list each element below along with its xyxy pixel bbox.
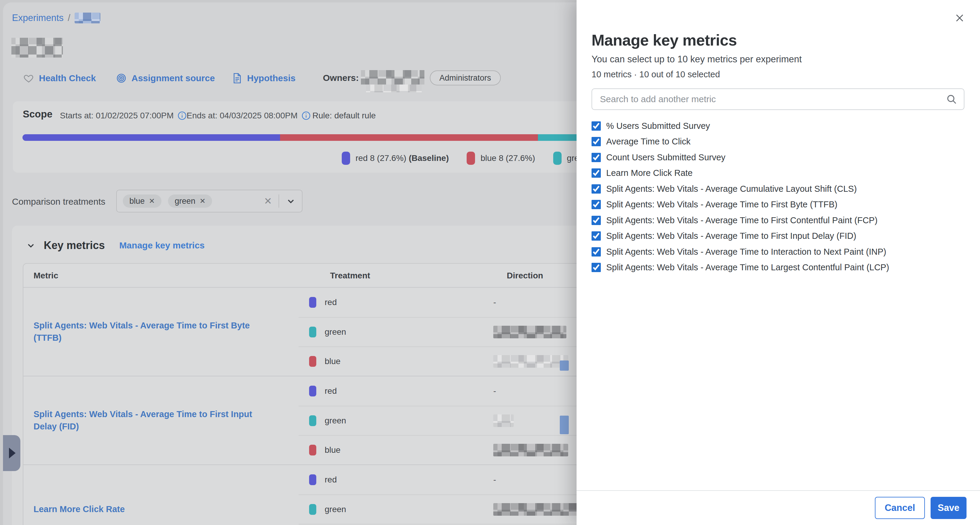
treatment-swatch xyxy=(309,297,316,308)
metric-checkbox[interactable] xyxy=(592,184,601,193)
treatment-chip-blue[interactable]: blue ✕ xyxy=(123,195,161,207)
manage-key-metrics-link[interactable]: Manage key metrics xyxy=(119,240,205,251)
legend-item-blue: blue 8 (27.6%) xyxy=(467,152,535,165)
metric-label[interactable]: Count Users Submitted Survey xyxy=(606,153,725,163)
metric-checkbox[interactable] xyxy=(592,121,601,131)
allocation-segment-red xyxy=(22,134,280,141)
owners-value-redacted-2 xyxy=(366,85,422,92)
owners-value-redacted xyxy=(361,70,425,85)
list-item: Split Agents: Web Vitals - Average Time … xyxy=(592,231,964,241)
search-metric-input[interactable] xyxy=(592,88,964,110)
legend-swatch-green xyxy=(553,152,562,165)
list-item: Split Agents: Web Vitals - Average Time … xyxy=(592,263,964,272)
hypothesis-link[interactable]: Hypothesis xyxy=(232,70,296,87)
save-button[interactable]: Save xyxy=(931,497,967,519)
breadcrumb: Experiments / xyxy=(12,13,100,23)
metric-label[interactable]: Split Agents: Web Vitals - Average Time … xyxy=(606,199,837,209)
direction-value-redacted xyxy=(493,326,566,338)
metric-checkbox-list: % Users Submitted Survey Average Time to… xyxy=(592,121,964,272)
metric-label[interactable]: Average Time to Click xyxy=(606,137,690,147)
metric-label[interactable]: Split Agents: Web Vitals - Average Time … xyxy=(606,215,878,225)
comparison-treatments-label: Comparison treatments xyxy=(12,196,105,207)
assignment-source-link[interactable]: Assignment source xyxy=(116,70,215,87)
collapse-chevron-icon[interactable] xyxy=(26,240,36,251)
treatment-swatch xyxy=(309,327,316,337)
column-header-metric: Metric xyxy=(33,271,58,281)
list-item: Split Agents: Web Vitals - Average Time … xyxy=(592,200,964,209)
scope-title: Scope xyxy=(23,109,52,120)
experiment-title-redacted xyxy=(11,38,63,57)
remove-chip-icon[interactable]: ✕ xyxy=(149,197,155,205)
treatment-swatch xyxy=(309,356,316,367)
metric-link-ttfb[interactable]: Split Agents: Web Vitals - Average Time … xyxy=(33,319,278,344)
list-item: % Users Submitted Survey xyxy=(592,121,964,130)
metric-label[interactable]: % Users Submitted Survey xyxy=(606,121,710,131)
info-icon[interactable] xyxy=(301,111,311,120)
metric-checkbox[interactable] xyxy=(592,263,601,272)
list-item: Split Agents: Web Vitals - Average Time … xyxy=(592,216,964,225)
column-header-treatment: Treatment xyxy=(330,271,370,281)
drawer-footer: Cancel Save xyxy=(577,490,980,525)
select-divider xyxy=(278,195,279,207)
metric-label[interactable]: Split Agents: Web Vitals - Average Time … xyxy=(606,231,856,241)
cancel-button[interactable]: Cancel xyxy=(875,497,925,519)
list-item: Count Users Submitted Survey xyxy=(592,153,964,162)
direction-marker-redacted xyxy=(560,416,569,434)
metric-checkbox[interactable] xyxy=(592,137,601,146)
metric-link-learn-more[interactable]: Learn More Click Rate xyxy=(33,503,125,515)
drawer-title: Manage key metrics xyxy=(592,31,964,49)
breadcrumb-experiments-link[interactable]: Experiments xyxy=(12,13,64,23)
hypothesis-label: Hypothesis xyxy=(247,73,296,83)
scope-ends-at: Ends at: 04/03/2025 08:00PM xyxy=(186,111,311,120)
owners-label: Owners: xyxy=(323,73,359,83)
heart-icon xyxy=(23,73,34,84)
metric-label[interactable]: Split Agents: Web Vitals - Average Time … xyxy=(606,247,886,257)
treatment-swatch xyxy=(309,415,316,426)
direction-value-redacted xyxy=(493,355,568,368)
metric-checkbox[interactable] xyxy=(592,153,601,162)
metric-checkbox[interactable] xyxy=(592,200,601,209)
scope-starts-at: Starts at: 01/02/2025 07:00PM xyxy=(60,111,187,120)
search-icon xyxy=(946,94,957,105)
health-check-label: Health Check xyxy=(39,73,96,83)
treatment-chip-green[interactable]: green ✕ xyxy=(168,195,212,207)
clear-selection-icon[interactable]: ✕ xyxy=(264,195,272,207)
close-button[interactable] xyxy=(953,11,966,25)
breadcrumb-experiment-name-redacted xyxy=(75,13,100,23)
direction-value-redacted xyxy=(493,415,514,427)
metric-checkbox[interactable] xyxy=(592,168,601,178)
remove-chip-icon[interactable]: ✕ xyxy=(199,197,205,205)
health-check-link[interactable]: Health Check xyxy=(23,70,96,87)
column-header-direction: Direction xyxy=(507,271,543,281)
info-icon[interactable] xyxy=(177,111,187,120)
legend-item-green: gre xyxy=(553,152,579,165)
sidebar-expand-tab[interactable] xyxy=(3,435,21,471)
list-item: Split Agents: Web Vitals - Average Time … xyxy=(592,247,964,256)
treatment-swatch xyxy=(309,445,316,455)
treatment-swatch xyxy=(309,386,316,396)
allocation-segment-blue xyxy=(280,134,538,141)
administrators-badge: Administrators xyxy=(430,70,501,85)
metric-label[interactable]: Split Agents: Web Vitals - Average Cumul… xyxy=(606,184,857,194)
metric-label[interactable]: Learn More Click Rate xyxy=(606,168,693,178)
treatment-swatch xyxy=(309,504,316,515)
target-icon xyxy=(116,73,127,84)
metric-label[interactable]: Split Agents: Web Vitals - Average Time … xyxy=(606,263,889,272)
assignment-source-label: Assignment source xyxy=(132,73,215,83)
direction-value-redacted xyxy=(493,444,568,456)
metric-checkbox[interactable] xyxy=(592,216,601,225)
comparison-treatments-select[interactable]: blue ✕ green ✕ ✕ xyxy=(116,190,302,212)
treatment-swatch xyxy=(309,474,316,485)
metrics-count-line: 10 metrics · 10 out of 10 selected xyxy=(592,70,964,80)
metric-checkbox[interactable] xyxy=(592,247,601,257)
metric-checkbox[interactable] xyxy=(592,231,601,241)
manage-key-metrics-drawer: Manage key metrics You can select up to … xyxy=(577,0,980,525)
document-icon xyxy=(232,73,242,84)
direction-value-redacted xyxy=(493,503,580,516)
legend-swatch-red xyxy=(342,152,350,165)
breadcrumb-separator: / xyxy=(68,13,70,23)
chevron-down-icon[interactable] xyxy=(286,196,296,206)
list-item: Average Time to Click xyxy=(592,137,964,146)
metric-link-fid[interactable]: Split Agents: Web Vitals - Average Time … xyxy=(33,408,278,432)
app-window: Experiments / Health Check Assignment so… xyxy=(0,0,980,525)
